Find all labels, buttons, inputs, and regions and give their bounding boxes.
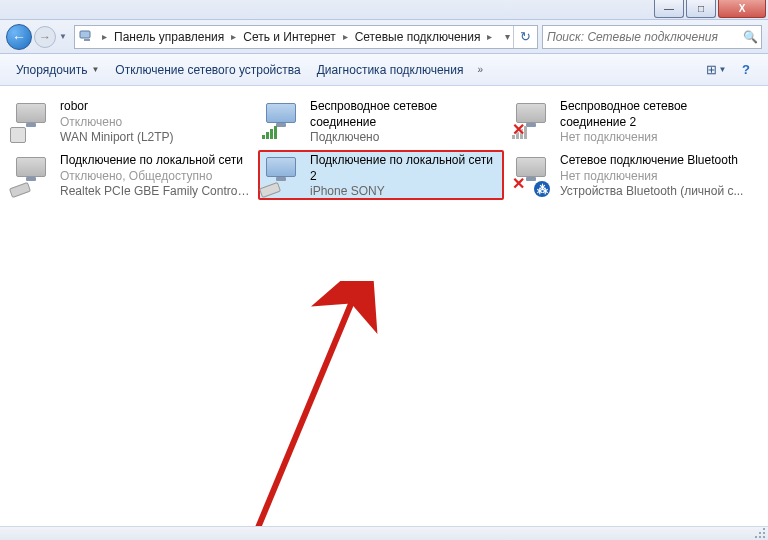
view-icon: ⊞ (706, 62, 717, 77)
connection-icon (12, 153, 54, 195)
annotation-arrow (210, 281, 380, 540)
close-icon: X (739, 3, 746, 14)
resize-grip[interactable] (754, 527, 766, 539)
diagnose-label: Диагностика подключения (317, 63, 464, 77)
connections-pane: robor Отключено WAN Miniport (L2TP) Бесп… (0, 86, 768, 526)
chevron-down-icon[interactable]: ▾ (502, 31, 513, 42)
forward-button[interactable]: → (34, 26, 56, 48)
search-input[interactable] (543, 30, 739, 44)
disable-device-button[interactable]: Отключение сетевого устройства (107, 59, 308, 81)
nav-buttons: ← → ▼ (6, 24, 70, 50)
breadcrumb-seg-network[interactable]: Сеть и Интернет (239, 26, 339, 48)
refresh-icon: ↻ (520, 29, 531, 44)
address-bar-row: ← → ▼ ▸ Панель управления ▸ Сеть и Интер… (0, 20, 768, 54)
back-button[interactable]: ← (6, 24, 32, 50)
connection-status: Нет подключения (560, 130, 750, 146)
organize-menu[interactable]: Упорядочить ▼ (8, 59, 107, 81)
close-button[interactable]: X (718, 0, 766, 18)
connection-item-lan-1[interactable]: Подключение по локальной сети Отключено,… (8, 150, 254, 200)
connection-icon (262, 99, 304, 141)
connection-name: Подключение по локальной сети (60, 153, 250, 169)
disconnected-x-icon: ✕ (512, 120, 525, 141)
svg-rect-1 (84, 39, 90, 41)
connection-item-lan-2-selected[interactable]: Подключение по локальной сети 2 iPhone S… (258, 150, 504, 200)
help-icon: ? (742, 62, 750, 77)
connection-device: Устройства Bluetooth (личной с... (560, 184, 750, 200)
connection-icon: ✕ (512, 99, 554, 141)
view-mode-button[interactable]: ⊞▼ (702, 59, 730, 81)
connection-status: Отключено, Общедоступно (60, 169, 250, 185)
arrow-left-icon: ← (12, 29, 26, 45)
connection-icon: ✕ ⁂ (512, 153, 554, 195)
chevron-right-icon: ▸ (228, 31, 239, 42)
svg-line-2 (240, 287, 358, 540)
connection-icon (12, 99, 54, 141)
svg-rect-0 (80, 31, 90, 38)
maximize-button[interactable]: □ (686, 0, 716, 18)
chevron-down-icon: ▼ (59, 32, 67, 41)
chevron-right-icon: ▸ (340, 31, 351, 42)
toolbar-overflow[interactable]: » (471, 64, 489, 75)
disconnected-x-icon: ✕ (512, 174, 525, 195)
connection-item-wireless-1[interactable]: Беспроводное сетевое соединение Подключе… (258, 96, 504, 146)
connection-status: Нет подключения (560, 169, 750, 185)
chevron-right-icon: ▸ (99, 31, 110, 42)
network-icon (77, 27, 97, 47)
arrow-right-icon: → (39, 30, 51, 44)
title-bar: — □ X (0, 0, 768, 20)
diagnose-button[interactable]: Диагностика подключения (309, 59, 472, 81)
connection-device: Realtek PCIe GBE Family Controller (60, 184, 250, 200)
window-buttons: — □ X (654, 0, 768, 18)
refresh-button[interactable]: ↻ (513, 25, 537, 49)
chevron-down-icon: ▼ (719, 65, 727, 74)
connection-name: Сетевое подключение Bluetooth (560, 153, 750, 169)
connection-name: Беспроводное сетевое соединение 2 (560, 99, 750, 130)
connection-item-wireless-2[interactable]: ✕ Беспроводное сетевое соединение 2 Нет … (508, 96, 754, 146)
nav-history-drop[interactable]: ▼ (56, 26, 70, 48)
breadcrumb[interactable]: ▸ Панель управления ▸ Сеть и Интернет ▸ … (74, 25, 538, 49)
search-icon[interactable]: 🔍 (739, 30, 761, 44)
breadcrumb-seg-control-panel[interactable]: Панель управления (110, 26, 228, 48)
connection-device: WAN Miniport (L2TP) (60, 130, 250, 146)
connection-item-bluetooth[interactable]: ✕ ⁂ Сетевое подключение Bluetooth Нет по… (508, 150, 754, 200)
connection-device: iPhone SONY (310, 184, 500, 200)
status-bar (0, 526, 768, 540)
toolbar: Упорядочить ▼ Отключение сетевого устрой… (0, 54, 768, 86)
bluetooth-icon: ⁂ (534, 181, 550, 197)
chevron-right-icon: ▸ (484, 31, 495, 42)
connection-name: Беспроводное сетевое соединение (310, 99, 500, 130)
connection-icon (262, 153, 304, 195)
disable-device-label: Отключение сетевого устройства (115, 63, 300, 77)
connection-status: Подключено (310, 130, 500, 146)
minimize-button[interactable]: — (654, 0, 684, 18)
breadcrumb-seg-connections[interactable]: Сетевые подключения (351, 26, 485, 48)
search-box[interactable]: 🔍 (542, 25, 762, 49)
organize-label: Упорядочить (16, 63, 87, 77)
minimize-icon: — (664, 3, 674, 14)
maximize-icon: □ (698, 3, 704, 14)
connection-name: robor (60, 99, 250, 115)
connection-name: Подключение по локальной сети 2 (310, 153, 500, 184)
help-button[interactable]: ? (732, 59, 760, 81)
chevron-down-icon: ▼ (91, 65, 99, 74)
connection-status: Отключено (60, 115, 250, 131)
connection-item-robor[interactable]: robor Отключено WAN Miniport (L2TP) (8, 96, 254, 146)
